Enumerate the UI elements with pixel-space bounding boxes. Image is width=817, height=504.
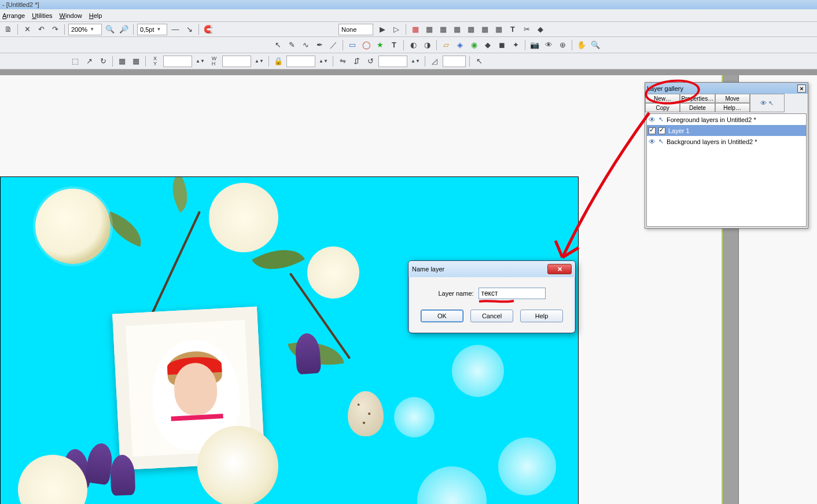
undo-icon[interactable]: ↶ bbox=[35, 24, 47, 35]
cancel-button[interactable]: Cancel bbox=[470, 310, 513, 322]
skew-combo[interactable] bbox=[443, 56, 466, 67]
xy-label-icon: XY bbox=[149, 56, 161, 67]
photo-tool-icon[interactable]: 📷 bbox=[529, 39, 540, 51]
angle-spinner-icon[interactable]: ▲▼ bbox=[410, 56, 421, 67]
rect-tool-icon[interactable]: ▭ bbox=[347, 39, 358, 51]
new-layer-button[interactable]: New… bbox=[645, 94, 680, 103]
liveeffect-tool-icon[interactable]: ✦ bbox=[510, 39, 521, 51]
show-grid-icon[interactable]: ▦ bbox=[116, 56, 128, 67]
scale-combo[interactable] bbox=[286, 56, 315, 67]
layer-gallery-titlebar[interactable]: Layer gallery × bbox=[645, 83, 808, 94]
contour-tool-icon[interactable]: ◈ bbox=[454, 39, 466, 51]
layer-item-layer1[interactable]: Layer 1 bbox=[647, 125, 806, 136]
edit-arrow-icon[interactable]: ↖ bbox=[658, 138, 664, 145]
help-button[interactable]: Help bbox=[520, 310, 563, 322]
zoom-combo[interactable]: 200%▼ bbox=[68, 24, 102, 35]
snap-grid-icon[interactable]: ▦ bbox=[130, 56, 142, 67]
redeye-tool-icon[interactable]: 👁 bbox=[543, 39, 554, 51]
zoom-prev-icon[interactable]: 🔍 bbox=[104, 24, 116, 35]
name-layer-dialog[interactable]: Name layer ✕ Layer name: OK Cancel Help bbox=[408, 260, 576, 333]
snap-icon[interactable]: 🧲 bbox=[203, 24, 214, 35]
play-icon[interactable]: ▶ bbox=[377, 24, 388, 35]
transparency-tool-icon[interactable]: ◑ bbox=[421, 39, 433, 51]
save-all-icon[interactable]: 🗎 bbox=[2, 24, 14, 35]
layer-name-input[interactable] bbox=[479, 288, 546, 299]
rotate-handles-icon[interactable]: ↻ bbox=[97, 56, 109, 67]
menu-utilities[interactable]: Utilities bbox=[32, 12, 52, 19]
line-tool-icon[interactable]: ／ bbox=[327, 39, 339, 51]
menu-help[interactable]: Help bbox=[89, 12, 102, 19]
close-icon[interactable]: ✕ bbox=[547, 264, 572, 274]
edit-arrow-icon[interactable]: ↖ bbox=[658, 116, 664, 123]
flip-h-icon[interactable]: ⇋ bbox=[337, 56, 348, 67]
step-icon[interactable]: ▷ bbox=[391, 24, 402, 35]
pen-tool-icon[interactable]: ✒ bbox=[314, 39, 325, 51]
shadow-tool-icon[interactable]: ◼ bbox=[496, 39, 507, 51]
delete-icon[interactable]: ✕ bbox=[21, 24, 33, 35]
w-spinner-icon[interactable]: ▲▼ bbox=[253, 56, 265, 67]
ok-button[interactable]: OK bbox=[421, 310, 463, 322]
ellipse-tool-icon[interactable]: ◯ bbox=[360, 39, 372, 51]
layer-group-foreground[interactable]: 👁 ↖ Foreground layers in Untitled2 * bbox=[647, 114, 806, 125]
menu-arrange[interactable]: Arrange bbox=[2, 12, 25, 19]
selector-tool-icon[interactable]: ↖ bbox=[272, 39, 284, 51]
canvas[interactable] bbox=[0, 176, 579, 504]
stroke-combo[interactable]: 0,5pt▼ bbox=[137, 24, 167, 35]
quickshape-tool-icon[interactable]: ★ bbox=[374, 39, 386, 51]
push-tool-icon[interactable]: ✋ bbox=[576, 39, 587, 51]
angle-combo[interactable] bbox=[378, 56, 407, 67]
eye-icon[interactable]: 👁 bbox=[649, 116, 656, 124]
lock-aspect-icon[interactable]: 🔒 bbox=[273, 56, 284, 67]
edit-handles-icon[interactable]: ↗ bbox=[83, 56, 95, 67]
font-gallery-icon[interactable]: T bbox=[507, 24, 518, 35]
help-button[interactable]: Help… bbox=[715, 103, 750, 112]
close-icon[interactable]: × bbox=[797, 84, 806, 93]
flip-v-icon[interactable]: ⇵ bbox=[351, 56, 362, 67]
layer-group-background[interactable]: 👁 ↖ Background layers in Untitled2 * bbox=[647, 136, 806, 147]
layer-name-label: Layer name: bbox=[438, 290, 473, 297]
editable-checkbox[interactable] bbox=[658, 127, 665, 134]
menu-window[interactable]: Window bbox=[60, 12, 82, 19]
text-tool-icon[interactable]: T bbox=[388, 39, 400, 51]
zoom-tool-icon[interactable]: 🔍 bbox=[590, 39, 601, 51]
shape-tool-icon[interactable]: ∿ bbox=[300, 39, 311, 51]
linestyle-combo[interactable]: None bbox=[338, 24, 373, 35]
fill-gallery-icon[interactable]: ▦ bbox=[493, 24, 505, 35]
copy-button[interactable]: Copy bbox=[645, 103, 680, 112]
line-style-icon[interactable]: — bbox=[170, 24, 181, 35]
select-mode-icon[interactable]: ⬚ bbox=[69, 56, 81, 67]
skew-icon[interactable]: ◿ bbox=[429, 56, 440, 67]
dialog-titlebar[interactable]: Name layer ✕ bbox=[408, 261, 575, 277]
deco-flower-shape bbox=[498, 437, 556, 495]
x-position[interactable] bbox=[163, 56, 192, 67]
scale-spinner-icon[interactable]: ▲▼ bbox=[318, 56, 329, 67]
layer-gallery-icon[interactable]: ▦ bbox=[424, 24, 435, 35]
mould-tool-icon[interactable]: ▱ bbox=[440, 39, 452, 51]
name-gallery-icon[interactable]: ▦ bbox=[465, 24, 477, 35]
design-gallery-icon[interactable]: ◆ bbox=[535, 24, 546, 35]
freehand-tool-icon[interactable]: ✎ bbox=[286, 39, 297, 51]
frame-gallery-icon[interactable]: ▦ bbox=[479, 24, 491, 35]
arrow-end-icon[interactable]: ↘ bbox=[183, 24, 195, 35]
visible-checkbox[interactable] bbox=[649, 127, 656, 134]
properties-button[interactable]: Properties… bbox=[680, 94, 715, 103]
bevel-tool-icon[interactable]: ◆ bbox=[482, 39, 494, 51]
bitmap-gallery-icon[interactable]: ▦ bbox=[437, 24, 449, 35]
w-size[interactable] bbox=[222, 56, 251, 67]
scale-line-icon[interactable]: ↖ bbox=[473, 56, 485, 67]
color-gallery-icon[interactable]: ▦ bbox=[410, 24, 421, 35]
delete-button[interactable]: Delete bbox=[680, 103, 715, 112]
blend-tool-icon[interactable]: ◉ bbox=[468, 39, 480, 51]
x-spinner-icon[interactable]: ▲▼ bbox=[194, 56, 206, 67]
line-gallery-icon[interactable]: ▦ bbox=[451, 24, 463, 35]
fill-tool-icon[interactable]: ◐ bbox=[407, 39, 419, 51]
clone-tool-icon[interactable]: ⊕ bbox=[557, 39, 568, 51]
zoom-fit-icon[interactable]: 🔎 bbox=[118, 24, 130, 35]
clip-gallery-icon[interactable]: ✂ bbox=[521, 24, 532, 35]
rotate-ccw-icon[interactable]: ↺ bbox=[365, 56, 376, 67]
move-button[interactable]: Move bbox=[715, 94, 750, 103]
redo-icon[interactable]: ↷ bbox=[49, 24, 61, 35]
layer-gallery-panel[interactable]: Layer gallery × New… Properties… Move 👁 … bbox=[645, 82, 808, 229]
eye-icon[interactable]: 👁 bbox=[649, 138, 656, 146]
layer-list[interactable]: 👁 ↖ Foreground layers in Untitled2 * Lay… bbox=[646, 113, 807, 227]
